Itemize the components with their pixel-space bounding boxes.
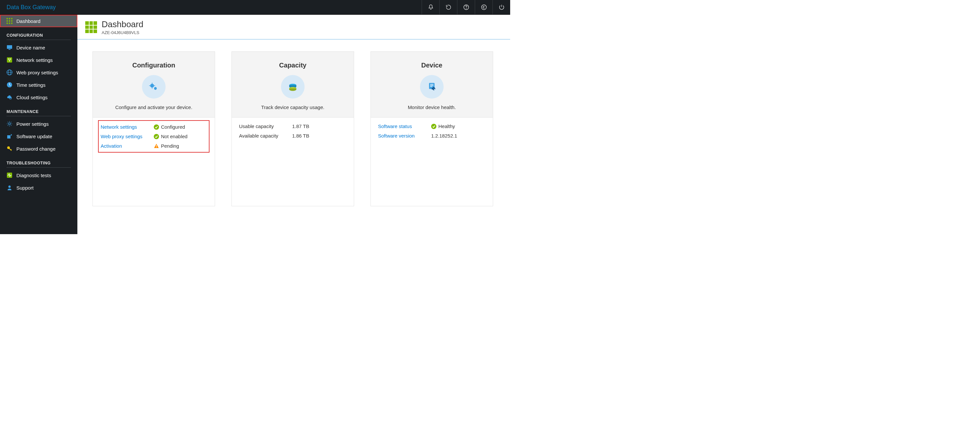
divider [6,40,71,40]
svg-point-2 [481,5,486,10]
sidebar-item-device-name[interactable]: Device name [0,41,77,54]
svg-line-31 [11,122,11,122]
device-row-software-version: Software version 1.2.18252.1 [378,133,485,138]
cloud-gear-icon [6,94,13,100]
link-software-status[interactable]: Software status [378,124,431,129]
sidebar-item-label: Time settings [16,82,46,88]
device-wrench-icon [420,75,444,98]
bell-icon [428,4,434,11]
sidebar-item-label: Power settings [16,121,49,127]
sidebar-item-network-settings[interactable]: Network settings [0,54,77,66]
svg-rect-11 [11,22,13,24]
sidebar-item-label: Support [16,185,34,190]
sidebar-item-label: Device name [16,45,45,51]
svg-line-28 [8,122,8,122]
status-text: Configured [161,124,185,130]
svg-rect-51 [430,86,433,87]
svg-rect-7 [9,20,10,22]
card-title: Capacity [279,62,306,69]
disks-icon [281,75,305,98]
card-header: Capacity Track device capacity usage. [232,52,354,117]
page-subtitle: AZE-04J6U4B9VLS [102,30,143,35]
value-software-status: Healthy [438,124,455,129]
capacity-row-available: Available capacity 1.86 TB [239,133,347,138]
card-header: Configuration Configure and activate you… [93,52,215,117]
sidebar-item-power-settings[interactable]: Power settings [0,117,77,130]
sidebar-item-dashboard[interactable]: Dashboard [0,15,77,27]
svg-point-42 [154,124,159,130]
sidebar-item-time-settings[interactable]: Time settings [0,79,77,91]
card-device: Device Monitor device health. Software s… [371,51,493,206]
check-icon [431,124,436,129]
svg-rect-45 [156,147,157,148]
value-software-version: 1.2.18252.1 [431,133,457,138]
sidebar-item-label: Diagnostic tests [16,173,51,178]
sidebar-item-label: Dashboard [16,18,40,24]
capacity-row-usable: Usable capacity 1.87 TB [239,124,347,129]
svg-rect-6 [6,20,8,22]
link-activation[interactable]: Activation [101,143,154,149]
topbar: Data Box Gateway [0,0,510,15]
grid-icon [85,21,97,33]
card-description: Monitor device health. [408,105,456,110]
link-software-version[interactable]: Software version [378,133,431,138]
cards-row: Configuration Configure and activate you… [77,40,510,218]
link-network-settings[interactable]: Network settings [101,124,154,130]
sidebar-section-configuration: CONFIGURATION [0,27,77,40]
sidebar-item-label: Cloud settings [16,95,48,100]
topbar-actions [422,0,510,14]
divider [6,167,71,168]
highlighted-region: Network settings Configured Web proxy se… [98,120,210,152]
refresh-icon [445,4,452,11]
svg-point-23 [8,123,11,125]
device-row-software-status: Software status Healthy [378,124,485,129]
sidebar-item-label: Web proxy settings [16,70,58,75]
card-capacity: Capacity Track device capacity usage. Us… [231,51,354,206]
copyright-button[interactable] [475,0,492,14]
sidebar-item-password-change[interactable]: Password change [0,143,77,155]
sidebar-item-support[interactable]: Support [0,181,77,194]
sidebar-item-cloud-settings[interactable]: Cloud settings [0,91,77,103]
sidebar-item-label: Software update [16,134,52,139]
card-title: Configuration [132,62,175,69]
key-icon [6,146,13,152]
svg-point-35 [8,185,11,188]
clock-icon [6,82,13,88]
value-usable-capacity: 1.87 TB [292,124,309,129]
card-body: Software status Healthy Software version… [371,117,493,206]
status-text: Pending [161,143,179,149]
sidebar-item-label: Network settings [16,57,53,63]
svg-rect-12 [7,45,12,49]
sidebar-item-web-proxy[interactable]: Web proxy settings [0,66,77,79]
svg-point-43 [154,134,159,139]
help-button[interactable] [457,0,475,14]
content: Dashboard AZE-04J6U4B9VLS Configuration … [77,15,510,234]
check-icon [154,124,159,130]
svg-rect-4 [9,18,10,19]
gear-icon [6,121,13,127]
card-header: Device Monitor device health. [371,52,493,117]
svg-point-1 [466,8,466,9]
notifications-button[interactable] [422,0,439,14]
svg-point-37 [154,87,157,90]
card-body: Usable capacity 1.87 TB Available capaci… [232,117,354,206]
power-button[interactable] [492,0,510,14]
svg-rect-32 [7,135,11,138]
gears-icon [142,75,165,98]
svg-point-36 [150,84,154,88]
card-body: Network settings Configured Web proxy se… [93,117,215,206]
monitor-icon [6,44,13,51]
svg-line-30 [8,125,8,125]
card-description: Configure and activate your device. [115,105,192,110]
label-available-capacity: Available capacity [239,133,292,138]
sidebar-item-software-update[interactable]: Software update [0,130,77,143]
warning-icon [154,143,159,149]
refresh-button[interactable] [439,0,457,14]
sidebar-item-diagnostic-tests[interactable]: Diagnostic tests [0,169,77,181]
link-web-proxy-settings[interactable]: Web proxy settings [101,134,154,139]
svg-rect-5 [11,18,13,19]
copyright-icon [480,4,487,11]
config-row-webproxy: Web proxy settings Not enabled [101,134,207,139]
status-text: Not enabled [161,134,188,139]
page-header: Dashboard AZE-04J6U4B9VLS [77,15,510,40]
